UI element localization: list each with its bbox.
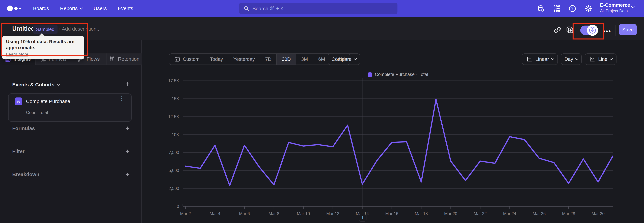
svg-text:Mar 2: Mar 2 bbox=[180, 211, 191, 216]
svg-text:Mar 18: Mar 18 bbox=[415, 211, 428, 216]
svg-text:7,500: 7,500 bbox=[168, 150, 179, 155]
more-options-icon[interactable]: ••• bbox=[603, 28, 612, 34]
chevron-down-icon bbox=[576, 57, 578, 60]
chevron-down-icon bbox=[354, 57, 357, 60]
tab-label: Retention bbox=[118, 56, 139, 62]
learn-more-link[interactable]: Learn More bbox=[6, 52, 28, 57]
data-management-icon[interactable] bbox=[537, 5, 545, 13]
legend-item[interactable]: Complete Purchase - Total bbox=[183, 72, 613, 77]
svg-text:Mar 30: Mar 30 bbox=[592, 211, 604, 216]
pagination-page-1[interactable]: 1 bbox=[359, 214, 366, 221]
svg-text:Mar 24: Mar 24 bbox=[503, 211, 516, 216]
svg-text:0: 0 bbox=[177, 204, 179, 209]
line-chart-icon bbox=[589, 56, 596, 62]
svg-text:Mar 16: Mar 16 bbox=[385, 211, 398, 216]
report-title[interactable]: Untitled bbox=[12, 25, 35, 32]
section-label: Formulas bbox=[12, 126, 35, 131]
range-button[interactable]: Today bbox=[205, 54, 228, 65]
svg-text:Mar 6: Mar 6 bbox=[239, 211, 250, 216]
search-input[interactable]: Search ⌘ + K bbox=[239, 3, 398, 14]
breakdown-section: Breakdown + bbox=[12, 172, 130, 177]
range-button[interactable]: Yesterday bbox=[228, 54, 260, 65]
svg-text:5,000: 5,000 bbox=[168, 168, 179, 173]
events-cohorts-header: Events & Cohorts + bbox=[12, 82, 130, 87]
svg-text:15K: 15K bbox=[172, 96, 179, 101]
project-switcher[interactable]: E-Commerce All Project Data bbox=[600, 2, 630, 13]
svg-text:Mar 22: Mar 22 bbox=[474, 211, 487, 216]
nav-item-events[interactable]: Events bbox=[118, 6, 133, 11]
range-button[interactable]: 30D bbox=[277, 54, 296, 65]
svg-text:Mar 20: Mar 20 bbox=[444, 211, 457, 216]
svg-text:17.5K: 17.5K bbox=[168, 78, 179, 83]
range-button[interactable]: 3M bbox=[296, 54, 313, 65]
tooltip-text: Using 10% of data. Results are approxima… bbox=[6, 39, 80, 51]
chevron-down-icon bbox=[57, 82, 60, 86]
svg-text:Mar 26: Mar 26 bbox=[533, 211, 546, 216]
scale-dropdown[interactable]: Linear bbox=[522, 53, 558, 65]
chart-type-dropdown[interactable]: Line bbox=[585, 53, 616, 65]
nav-item-boards[interactable]: Boards bbox=[33, 6, 49, 11]
retention-icon bbox=[109, 56, 116, 62]
save-button[interactable]: Save bbox=[619, 24, 636, 35]
sampling-tooltip: Using 10% of data. Results are approxima… bbox=[2, 36, 84, 59]
range-button[interactable]: Custom bbox=[169, 54, 205, 65]
svg-text:2,500: 2,500 bbox=[168, 186, 179, 191]
event-menu-icon[interactable]: ⋮ bbox=[119, 97, 124, 100]
svg-text:Mar 4: Mar 4 bbox=[210, 211, 220, 216]
date-range-control: Custom Today Yesterday 7D 30D 3M 6M 12M bbox=[169, 53, 350, 65]
copy-link-icon[interactable] bbox=[553, 26, 562, 34]
add-breakdown-button[interactable]: + bbox=[125, 171, 130, 178]
copy-to-board-icon[interactable] bbox=[566, 26, 574, 34]
apps-grid-icon[interactable] bbox=[553, 5, 561, 13]
section-label: Filter bbox=[12, 149, 24, 154]
legend-label: Complete Purchase - Total bbox=[375, 72, 428, 77]
interval-dropdown[interactable]: Day bbox=[561, 53, 582, 65]
sampling-toggle[interactable] bbox=[580, 26, 597, 35]
svg-text:12.5K: 12.5K bbox=[168, 114, 179, 119]
section-label: Breakdown bbox=[12, 172, 40, 177]
range-button[interactable]: 7D bbox=[260, 54, 277, 65]
toolbar-divider bbox=[615, 25, 616, 36]
line-chart-plot[interactable]: 02,5005,0007,50010K12.5K15K17.5KMar 2Mar… bbox=[168, 77, 620, 222]
event-name[interactable]: Complete Purchase bbox=[26, 98, 70, 104]
filter-section: Filter + bbox=[12, 149, 130, 154]
tab-label: Flows bbox=[86, 56, 100, 62]
help-icon[interactable]: ? bbox=[568, 5, 576, 13]
top-nav-bar: Boards Reports Users Events Search ⌘ + K bbox=[0, 0, 644, 17]
series-letter-badge: A bbox=[14, 97, 22, 105]
chevron-down-icon bbox=[631, 5, 634, 8]
svg-text:Mar 12: Mar 12 bbox=[326, 211, 340, 216]
add-formula-button[interactable]: + bbox=[125, 125, 130, 132]
nav-item-reports[interactable]: Reports bbox=[60, 6, 82, 11]
svg-text:Mar 28: Mar 28 bbox=[562, 211, 575, 216]
settings-gear-icon[interactable] bbox=[585, 5, 592, 13]
linear-scale-icon bbox=[526, 56, 533, 62]
formulas-section: Formulas + bbox=[12, 126, 130, 131]
toggle-knob bbox=[587, 25, 598, 36]
add-description-field[interactable]: + Add description... bbox=[58, 26, 100, 32]
events-cohorts-toggle[interactable]: Events & Cohorts bbox=[12, 82, 60, 87]
add-filter-button[interactable]: + bbox=[125, 148, 130, 155]
event-metric[interactable]: Count Total bbox=[26, 110, 48, 115]
project-scope: All Project Data bbox=[600, 9, 630, 13]
project-name: E-Commerce bbox=[600, 2, 630, 8]
svg-text:10K: 10K bbox=[172, 132, 179, 137]
legend-swatch bbox=[368, 72, 372, 77]
calendar-icon bbox=[174, 56, 180, 62]
tab-retention[interactable]: Retention bbox=[106, 53, 142, 65]
event-card[interactable]: A Complete Purchase ⋮ Count Total bbox=[8, 93, 132, 122]
search-placeholder: Search ⌘ + K bbox=[252, 6, 284, 12]
chevron-down-icon bbox=[610, 57, 613, 60]
lightning-bolt-icon bbox=[589, 27, 596, 34]
svg-text:Mar 10: Mar 10 bbox=[297, 211, 310, 216]
compare-button[interactable]: Compare bbox=[328, 53, 360, 65]
mixpanel-logo-icon[interactable] bbox=[7, 6, 21, 11]
nav-item-users[interactable]: Users bbox=[94, 6, 107, 11]
query-builder-sidebar: Insights Funnels bbox=[0, 40, 142, 223]
add-event-button[interactable]: + bbox=[125, 80, 130, 87]
svg-text:?: ? bbox=[571, 6, 574, 11]
chevron-down-icon bbox=[80, 6, 83, 10]
svg-text:Mar 8: Mar 8 bbox=[268, 211, 279, 216]
sampled-badge[interactable]: Sampled bbox=[33, 25, 58, 34]
chevron-down-icon bbox=[551, 57, 554, 60]
